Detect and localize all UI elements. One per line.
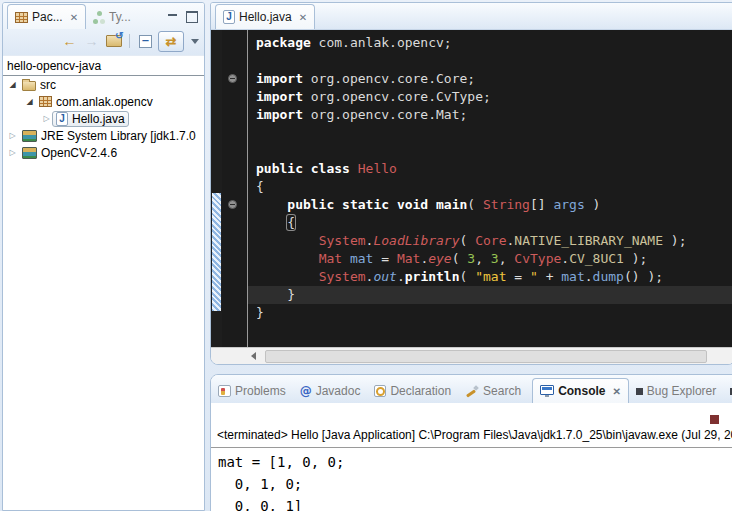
package-explorer-header: Pac... ✕ Ty... ← → − ⇄	[3, 3, 204, 56]
terminate-icon[interactable]	[710, 415, 719, 424]
collapse-arrow-icon[interactable]: ◢	[24, 97, 35, 106]
tab-declaration[interactable]: Declaration	[367, 379, 458, 403]
tree-item-com.anlak.opencv[interactable]: ◢com.anlak.opencv	[3, 93, 204, 110]
code-token: (	[452, 251, 468, 266]
tab-label: Declaration	[390, 384, 451, 398]
maximize-icon[interactable]	[186, 11, 198, 23]
code-token: println	[405, 269, 460, 284]
editor-body: package com.anlak.opencv;import org.open…	[211, 30, 732, 348]
console-separator	[211, 447, 732, 448]
code-token: 3	[491, 251, 499, 266]
console-output[interactable]: mat = [1, 0, 0; 0, 1, 0; 0, 0, 1]	[218, 451, 344, 511]
tree-label-box: com.anlak.opencv	[35, 94, 157, 110]
code-token: LoadLibrary	[373, 233, 459, 248]
expand-arrow-icon[interactable]: ▷	[41, 114, 52, 123]
code-token: eye	[428, 251, 451, 266]
tab-javadoc[interactable]: @Javadoc	[293, 379, 368, 403]
code-token: public class	[256, 161, 350, 176]
tree-label-box: OpenCV-2.4.6	[18, 145, 121, 161]
java-file-icon: J	[56, 112, 68, 126]
tab-bug-explorer[interactable]: Bug Explorer	[629, 379, 723, 403]
tree-item-hello.java[interactable]: ▷JHello.java	[3, 110, 204, 127]
tab-bug[interactable]: Bug	[723, 379, 732, 403]
expand-arrow-icon[interactable]: ▷	[7, 148, 18, 157]
tab-problems[interactable]: Problems	[211, 379, 293, 403]
code-token: ,	[499, 251, 515, 266]
tree-item-label: OpenCV-2.4.6	[41, 146, 117, 160]
tab-label: Problems	[235, 384, 286, 398]
folding-ruler[interactable]	[222, 30, 248, 348]
project-label[interactable]: hello-opencv-java	[3, 56, 204, 75]
code-line: {	[248, 178, 732, 196]
code-line: }	[248, 286, 732, 304]
tab-search[interactable]: Search	[458, 379, 528, 403]
tab-type-hierarchy[interactable]: Ty...	[86, 5, 138, 29]
annotation-ruler[interactable]	[211, 30, 222, 348]
code-token: System	[319, 269, 366, 284]
code-token: mat	[561, 269, 584, 284]
package-explorer-body: hello-opencv-java ◢src◢com.anlak.opencv▷…	[3, 56, 204, 161]
fold-collapse-icon[interactable]	[228, 74, 237, 83]
code-token: .	[585, 269, 593, 284]
editor-tab-label: Hello.java	[239, 10, 292, 24]
tab-label: Javadoc	[316, 384, 361, 398]
horizontal-scrollbar[interactable]	[211, 347, 732, 364]
minimize-icon[interactable]	[168, 13, 178, 22]
code-token: import	[256, 71, 303, 86]
code-token: =	[514, 269, 530, 284]
code-token: mat	[350, 251, 373, 266]
code-token: =	[373, 251, 396, 266]
code-token: .	[397, 269, 405, 284]
tree-item-label: src	[40, 78, 56, 92]
code-token: org.opencv.core.CvType;	[303, 89, 491, 104]
tab-package-explorer[interactable]: Pac... ✕	[7, 4, 86, 29]
tree-item-opencv-2.4.6[interactable]: ▷OpenCV-2.4.6	[3, 144, 204, 161]
tab-console[interactable]: Console✕	[532, 378, 629, 403]
code-token: }	[256, 305, 264, 320]
tab-hello-java[interactable]: J Hello.java ✕	[215, 4, 315, 29]
code-token: () );	[624, 269, 663, 284]
code-token: Core	[475, 233, 506, 248]
forward-arrow-icon[interactable]: →	[82, 32, 101, 51]
java-file-icon: J	[223, 10, 235, 24]
console-icon	[540, 385, 554, 395]
collapse-all-icon[interactable]: −	[136, 32, 155, 51]
code-token: }	[256, 287, 295, 302]
bottom-view: Problems@JavadocDeclarationSearchConsole…	[210, 374, 732, 511]
package-explorer-toolbar: ← → − ⇄	[3, 29, 204, 53]
code-line: System.out.println( "mat = " + mat.dump(…	[248, 268, 732, 286]
up-folder-icon[interactable]	[104, 32, 123, 51]
code-line: public static void main( String[] args )	[248, 196, 732, 214]
back-arrow-icon[interactable]: ←	[60, 32, 79, 51]
close-icon[interactable]: ✕	[299, 12, 307, 23]
code-token	[350, 161, 358, 176]
tree-label-box: JHello.java	[52, 111, 129, 127]
code-token: package	[256, 35, 311, 50]
tree-label-box: JRE System Library [jdk1.7.0	[18, 128, 200, 144]
view-menu-icon[interactable]	[191, 39, 199, 44]
code-editor[interactable]: package com.anlak.opencv;import org.open…	[248, 30, 732, 348]
scroll-left-icon[interactable]	[251, 352, 256, 360]
tree-item-src[interactable]: ◢src	[3, 76, 204, 93]
scrollbar-thumb[interactable]	[265, 350, 707, 363]
tab-label: Search	[483, 384, 521, 398]
range-indicator	[212, 193, 221, 311]
code-token: System	[319, 233, 366, 248]
code-token	[256, 197, 287, 212]
code-token: .	[561, 251, 569, 266]
collapse-arrow-icon[interactable]: ◢	[7, 80, 18, 89]
code-line: }	[248, 304, 732, 322]
tree-item-jre[interactable]: ▷JRE System Library [jdk1.7.0	[3, 127, 204, 144]
console-view: <terminated> Hello [Java Application] C:…	[211, 403, 732, 511]
code-token: ,	[475, 251, 491, 266]
expand-arrow-icon[interactable]: ▷	[7, 131, 18, 140]
code-token: Mat	[397, 251, 420, 266]
link-with-editor-icon[interactable]: ⇄	[158, 31, 184, 52]
type-hierarchy-icon	[93, 11, 105, 24]
close-icon[interactable]: ✕	[612, 386, 620, 397]
close-icon[interactable]: ✕	[70, 12, 78, 23]
fold-collapse-icon[interactable]	[228, 200, 237, 209]
code-token	[256, 233, 319, 248]
source-folder-icon	[22, 81, 36, 91]
code-token: (	[467, 197, 483, 212]
